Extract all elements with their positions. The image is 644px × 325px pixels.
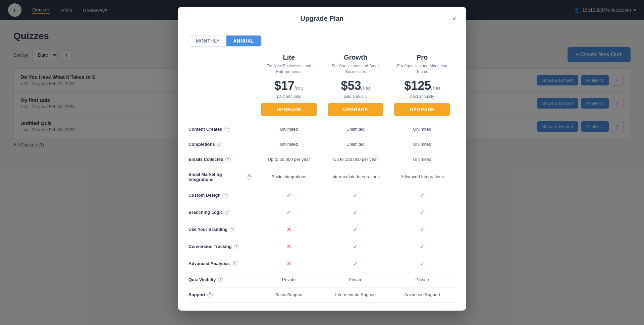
plan-name-lite: Lite [261, 54, 317, 61]
feature-table: Content Created ? Unlimited Unlimited Un… [178, 122, 466, 311]
feature-label: Use Your Branding ? [189, 221, 256, 238]
plan-header-pro: Pro For Agencies and Marketing Teams $12… [389, 47, 455, 122]
monthly-toggle-button[interactable]: MONTHLY [189, 36, 226, 46]
feature-value: Up to 60,000 per year [268, 157, 310, 162]
feature-row: Completions ? Unlimited Unlimited Unlimi… [189, 137, 455, 152]
feature-cell: Unlimited [256, 122, 322, 137]
feature-label: Content Created ? [189, 122, 256, 137]
price-amount-pro: $125 [404, 79, 431, 92]
check-icon: ✓ [353, 226, 358, 233]
feature-label: Custom Design ? [189, 187, 256, 204]
check-icon: ✓ [286, 209, 291, 216]
help-icon[interactable]: ? [218, 277, 223, 282]
feature-value: Advanced Support [404, 292, 440, 297]
help-icon[interactable]: ? [225, 210, 230, 215]
feature-value: Intermediate Integrations [331, 174, 380, 179]
feature-value: Unlimited [280, 142, 298, 147]
price-amount-growth: $53 [341, 79, 361, 92]
plan-header-growth: Growth For Consultants and Small Busines… [322, 47, 389, 122]
feature-cell: Unlimited [322, 137, 389, 152]
check-icon: ✓ [353, 192, 358, 199]
check-icon: ✓ [353, 260, 358, 267]
feature-label: Branching Logic ? [189, 204, 256, 221]
feature-cell: Unlimited [389, 122, 455, 137]
help-icon[interactable]: ? [217, 142, 222, 147]
help-icon[interactable]: ? [234, 244, 239, 249]
cross-icon: ✕ [286, 226, 291, 233]
feature-cell: ✓ [322, 187, 389, 204]
billing-toggle: MONTHLY ANNUAL [178, 28, 466, 47]
feature-row: Email Marketing Integrations ? Basic Int… [189, 167, 455, 187]
help-icon[interactable]: ? [207, 292, 213, 298]
feature-label: Advanced Analytics ? [189, 255, 256, 272]
feature-row: Branching Logic ? ✓ ✓ ✓ [189, 204, 455, 221]
check-icon: ✓ [353, 209, 358, 216]
feature-row: Emails Collected ? Up to 60,000 per year… [189, 152, 455, 167]
check-icon: ✓ [420, 226, 425, 233]
plan-price-pro: $125/mo paid annually [394, 79, 450, 99]
check-icon: ✓ [420, 243, 425, 250]
feature-cell: Intermediate Support [322, 287, 389, 302]
help-icon[interactable]: ? [247, 174, 252, 180]
feature-label: Completions ? [189, 137, 256, 152]
feature-label: Emails Collected ? [189, 152, 256, 167]
price-amount-lite: $17 [274, 79, 294, 92]
help-icon[interactable]: ? [225, 157, 231, 162]
plan-header-lite: Lite For New Businesses and Entrepreneur… [256, 47, 322, 122]
feature-row: Advanced Analytics ? ✕ ✓ ✓ [189, 255, 455, 272]
upgrade-growth-button[interactable]: UPGRADE [328, 103, 384, 116]
feature-cell: ✕ [256, 255, 322, 272]
feature-cell: Basic Support [256, 287, 322, 302]
plan-desc-pro: For Agencies and Marketing Teams [394, 63, 450, 75]
feature-value: Basic Support [275, 292, 303, 297]
feature-row: Quiz Visiblity ? Private Private Private [189, 272, 455, 287]
upgrade-pro-button[interactable]: UPGRADE [394, 103, 450, 116]
feature-cell: ✓ [389, 187, 455, 204]
upgrade-lite-button[interactable]: UPGRADE [261, 103, 317, 116]
help-icon[interactable]: ? [224, 127, 230, 132]
feature-row: Custom Design ? ✓ ✓ ✓ [189, 187, 455, 204]
cross-icon: ✕ [286, 243, 291, 250]
plan-desc-growth: For Consultants and Small Businesses [328, 63, 384, 75]
price-period-lite: /mo [294, 85, 304, 91]
feature-value: Up to 120,000 per year [333, 157, 378, 162]
feature-value: Unlimited [280, 127, 298, 132]
feature-cell: Basic Integrations [256, 167, 322, 187]
price-billed-lite: paid annually [261, 94, 317, 99]
feature-cell: ✓ [322, 204, 389, 221]
modal-title: Upgrade Plan [301, 15, 344, 22]
feature-cell: ✓ [322, 221, 389, 238]
feature-cell: Up to 60,000 per year [256, 152, 322, 167]
feature-cell: Unlimited [322, 122, 389, 137]
help-icon[interactable]: ? [232, 261, 237, 266]
feature-cell: Intermediate Integrations [322, 167, 389, 187]
plan-name-pro: Pro [394, 54, 450, 61]
help-icon[interactable]: ? [230, 227, 235, 232]
price-period-pro: /mo [431, 85, 440, 91]
feature-label: Support ? [189, 287, 256, 302]
help-icon[interactable]: ? [222, 193, 228, 198]
feature-row: Content Created ? Unlimited Unlimited Un… [189, 122, 455, 137]
feature-cell: ✓ [322, 255, 389, 272]
check-icon: ✓ [420, 192, 425, 199]
feature-cell: ✓ [389, 255, 455, 272]
feature-cell: ✓ [322, 238, 389, 255]
feature-label: Email Marketing Integrations ? [189, 167, 256, 187]
feature-cell: Unlimited [389, 137, 455, 152]
feature-cell: Advanced Integrations [389, 167, 455, 187]
feature-row: Support ? Basic Support Intermediate Sup… [189, 287, 455, 303]
feature-value: Private [349, 277, 362, 282]
cross-icon: ✕ [286, 260, 291, 267]
feature-label: Quiz Visiblity ? [189, 272, 256, 287]
feature-value: Basic Integrations [272, 174, 306, 179]
feature-value: Unlimited [346, 142, 365, 147]
modal-close-button[interactable]: × [449, 13, 460, 24]
upgrade-plan-modal: Upgrade Plan × MONTHLY ANNUAL Lite For N… [178, 7, 466, 311]
price-period-growth: /mo [361, 85, 370, 91]
check-icon: ✓ [286, 192, 291, 199]
feature-cell: Private [256, 272, 322, 287]
feature-value: Intermediate Support [335, 292, 376, 297]
annual-toggle-button[interactable]: ANNUAL [226, 36, 261, 46]
feature-value: Unlimited [346, 127, 365, 132]
feature-value: Private [282, 277, 296, 282]
